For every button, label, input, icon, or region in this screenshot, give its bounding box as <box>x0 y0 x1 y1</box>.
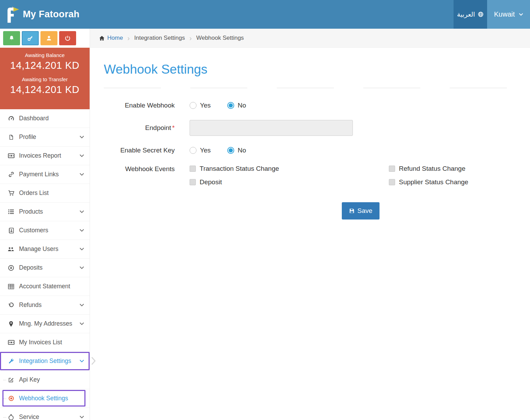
notifications-button[interactable] <box>3 31 20 45</box>
sidebar-menu: Dashboard Profile Invoices Report <box>0 109 90 420</box>
required-marker: * <box>172 124 175 131</box>
enable-webhook-yes-radio[interactable] <box>190 102 197 109</box>
sidebar-item-label: Refunds <box>19 301 80 309</box>
key-icon <box>27 35 33 41</box>
wrench-icon <box>7 358 15 364</box>
event-supplier-status-change: Supplier Status Change <box>389 178 468 186</box>
yes-label: Yes <box>200 102 211 109</box>
event-label: Supplier Status Change <box>399 178 468 186</box>
sidebar-item-my-invoices-list[interactable]: My Invoices List <box>0 333 90 352</box>
undo-icon <box>7 302 15 308</box>
sidebar-item-payment-links[interactable]: Payment Links <box>0 165 90 184</box>
chevron-down-icon <box>80 304 84 307</box>
list-icon <box>7 209 15 214</box>
enable-webhook-label: Enable Webhook <box>104 101 175 110</box>
save-disk-icon <box>349 208 355 214</box>
bell-icon <box>9 35 15 41</box>
enable-secret-key-row: Enable Secret Key Yes No <box>104 146 530 155</box>
home-icon[interactable] <box>99 35 105 41</box>
sidebar-item-profile[interactable]: Profile <box>0 128 90 147</box>
webhook-settings-form: Enable Webhook Yes No Endp <box>104 101 530 220</box>
link-icon <box>7 171 15 177</box>
endpoint-row: Endpoint* <box>104 120 530 136</box>
sidebar-item-orders-list[interactable]: Orders List <box>0 184 90 203</box>
sidebar-item-customers[interactable]: Customers <box>0 221 90 240</box>
brand: My Fatoorah <box>0 6 80 23</box>
save-button[interactable]: Save <box>342 202 380 220</box>
event-label: Transaction Status Change <box>200 165 279 172</box>
chevron-down-icon <box>519 13 523 16</box>
sidebar-item-label: Deposits <box>19 264 80 271</box>
breadcrumb: Home › Integration Settings › Webhook Se… <box>90 29 530 48</box>
api-key-button[interactable] <box>22 31 39 45</box>
sidebar-item-label: Integration Settings <box>19 357 80 365</box>
awaiting-transfer-label: Awaiting to Transfer <box>0 76 90 82</box>
sidebar-item-api-key[interactable]: Api Key <box>0 371 90 389</box>
endpoint-label: Endpoint* <box>104 124 175 132</box>
sidebar-item-integration-settings[interactable]: Integration Settings <box>0 352 90 371</box>
table-icon <box>7 284 15 289</box>
dot-circle-icon <box>7 395 15 401</box>
sidebar-item-label: My Invoices List <box>19 339 84 346</box>
chevron-down-icon <box>80 416 84 419</box>
transaction-status-change-checkbox[interactable] <box>190 166 196 172</box>
sidebar-item-deposits[interactable]: Deposits <box>0 259 90 277</box>
sidebar-item-dashboard[interactable]: Dashboard <box>0 109 90 128</box>
language-switcher[interactable]: العربية <box>454 0 487 29</box>
breadcrumb-home-link[interactable]: Home <box>107 35 123 41</box>
sidebar-item-label: Webhook Settings <box>19 395 84 402</box>
awaiting-transfer-value: 14,124.201 KD <box>0 84 90 95</box>
sidebar-item-invoices-report[interactable]: Invoices Report <box>0 147 90 165</box>
breadcrumb-separator-icon: › <box>127 34 130 42</box>
endpoint-input[interactable] <box>190 120 353 136</box>
chevron-down-icon <box>80 360 84 363</box>
sidebar-item-label: Profile <box>19 133 80 141</box>
enable-webhook-no-option: No <box>227 102 246 109</box>
breadcrumb-integration-settings: Integration Settings <box>134 35 185 41</box>
sidebar-item-service[interactable]: Service <box>0 408 90 420</box>
enable-secret-key-yes-radio[interactable] <box>190 147 197 154</box>
arrow-down-circle-icon <box>7 265 15 271</box>
refund-status-change-checkbox[interactable] <box>389 166 395 172</box>
sidebar-item-webhook-settings[interactable]: Webhook Settings <box>0 389 90 408</box>
banknote-icon <box>7 340 15 345</box>
map-marker-icon <box>7 321 15 327</box>
sidebar-item-products[interactable]: Products <box>0 203 90 221</box>
enable-webhook-no-radio[interactable] <box>227 102 234 109</box>
cart-icon <box>7 190 15 196</box>
sidebar: Awaiting Balance 14,124.201 KD Awaiting … <box>0 29 90 420</box>
logout-button[interactable] <box>59 31 76 45</box>
supplier-status-change-checkbox[interactable] <box>389 179 395 185</box>
webhook-events-row: Webhook Events Transaction Status Change <box>104 165 530 192</box>
sidebar-item-label: Api Key <box>19 376 84 383</box>
awaiting-balance-value: 14,124.201 KD <box>0 60 90 71</box>
file-icon <box>7 134 15 140</box>
sidebar-item-manage-users[interactable]: Manage Users <box>0 240 90 259</box>
sidebar-item-label: Products <box>19 208 80 215</box>
save-row: Save <box>342 202 530 220</box>
sidebar-item-label: Orders List <box>19 189 84 197</box>
sidebar-item-label: Manage Users <box>19 245 80 253</box>
globe-icon <box>478 11 484 17</box>
sidebar-item-refunds[interactable]: Refunds <box>0 296 90 315</box>
event-transaction-status-change: Transaction Status Change <box>190 165 389 172</box>
enable-webhook-row: Enable Webhook Yes No <box>104 101 530 110</box>
chevron-down-icon <box>80 322 84 325</box>
event-label: Refund Status Change <box>399 165 465 172</box>
user-icon <box>46 35 52 41</box>
sidebar-item-label: Account Statement <box>19 283 84 290</box>
chevron-down-icon <box>80 248 84 251</box>
chevron-down-icon <box>80 136 84 139</box>
deposit-checkbox[interactable] <box>190 179 196 185</box>
no-label: No <box>238 147 246 154</box>
sidebar-item-account-statement[interactable]: Account Statement <box>0 277 90 296</box>
enable-secret-key-no-radio[interactable] <box>227 147 234 154</box>
enable-secret-key-no-option: No <box>227 147 246 154</box>
account-button[interactable] <box>40 31 57 45</box>
stopwatch-icon <box>7 414 15 420</box>
sidebar-item-label: Dashboard <box>19 115 84 122</box>
enable-secret-key-label: Enable Secret Key <box>104 146 175 155</box>
sidebar-item-label: Customers <box>19 227 80 234</box>
sidebar-item-addresses[interactable]: Mng. My Addresses <box>0 315 90 333</box>
country-selector[interactable]: Kuwait <box>487 0 530 29</box>
